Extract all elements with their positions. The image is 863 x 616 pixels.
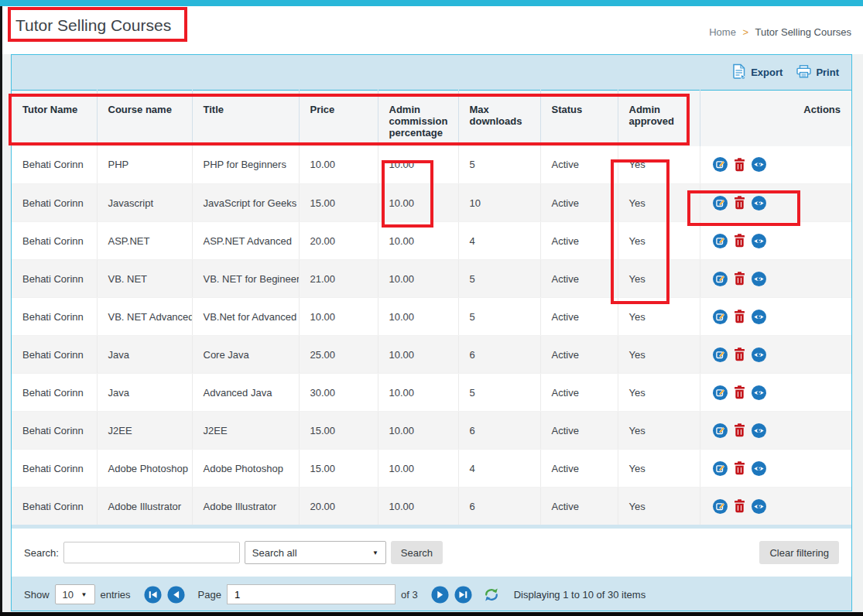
column-header-admin-commission[interactable]: Admin commission percentage [378,91,458,146]
column-header-price[interactable]: Price [299,91,378,146]
column-header-admin-approved[interactable]: Admin approved [618,91,700,146]
previous-page-button[interactable] [167,586,185,604]
cell-title: VB.Net for Advanced [192,298,299,336]
view-button[interactable] [752,347,766,362]
page-number-input[interactable] [227,584,396,604]
cell-course-name: Adobe Photoshop [97,450,192,488]
column-header-max-downloads[interactable]: Max downloads [458,91,540,146]
refresh-icon[interactable] [484,587,499,602]
table-row: Behati Corinn ASP.NET ASP.NET Advanced 2… [12,222,851,260]
edit-button[interactable] [713,310,728,324]
export-button[interactable]: Export [732,63,783,81]
search-button[interactable]: Search [391,541,443,564]
cell-title: Core Java [192,336,299,374]
chevron-down-icon: ▼ [81,591,87,598]
cell-title: Advanced Java [192,374,299,412]
cell-actions [700,146,851,184]
cell-price: 21.00 [299,260,378,298]
delete-button[interactable] [734,158,745,172]
print-label: Print [816,67,839,78]
search-input[interactable] [63,542,240,563]
cell-actions [700,184,851,222]
edit-button[interactable] [713,347,728,362]
edit-button[interactable] [713,423,728,438]
cell-title: PHP for Beginners [192,146,299,184]
edit-button[interactable] [713,499,728,514]
cell-price: 25.00 [299,336,378,374]
cell-commission: 10.00 [378,450,458,488]
print-button[interactable]: Print [796,65,839,80]
edit-button[interactable] [713,157,728,172]
last-page-button[interactable] [454,586,472,604]
chevron-down-icon: ▼ [372,549,378,556]
cell-status: Active [540,222,618,260]
cell-actions [700,298,851,336]
view-button[interactable] [752,461,766,476]
delete-button[interactable] [734,423,745,437]
view-button[interactable] [752,157,766,172]
delete-button[interactable] [734,347,745,361]
edit-button[interactable] [713,385,728,400]
edit-button[interactable] [713,272,728,286]
column-header-title[interactable]: Title [192,91,299,146]
delete-button[interactable] [734,196,745,210]
search-column-select[interactable]: Search all ▼ [245,541,386,564]
displaying-summary: Displaying 1 to 10 of 30 items [514,589,646,601]
cell-title: Adobe Photoshop [192,450,299,488]
cell-price: 15.00 [299,184,378,222]
view-button[interactable] [752,499,766,514]
cell-commission: 10.00 [378,184,458,222]
cell-course-name: Javascript [97,184,192,222]
cell-title: ASP.NET Advanced [192,222,299,260]
column-header-course-name[interactable]: Course name [97,91,192,146]
cell-max-downloads: 4 [458,450,540,488]
cell-commission: 10.00 [378,222,458,260]
view-button[interactable] [752,385,766,400]
cell-tutor-name: Behati Corinn [12,412,97,450]
cell-course-name: VB. NET Advanced [97,298,192,336]
cell-course-name: VB. NET [97,260,192,298]
export-label: Export [751,67,783,78]
cell-course-name: Java [97,336,192,374]
cell-max-downloads: 5 [458,374,540,412]
cell-course-name: Java [97,374,192,412]
cell-status: Active [540,450,618,488]
cell-commission: 10.00 [378,336,458,374]
cell-approved: Yes [618,260,700,298]
bottom-edge-bar [0,612,863,616]
column-header-tutor-name[interactable]: Tutor Name [12,91,97,146]
cell-approved: Yes [618,146,700,184]
cell-status: Active [540,374,618,412]
cell-approved: Yes [618,412,700,450]
delete-button[interactable] [734,499,745,513]
edit-button[interactable] [713,234,728,248]
search-bar: Search: Search all ▼ Search Clear filter… [12,529,851,577]
edit-button[interactable] [713,196,728,210]
view-button[interactable] [752,310,766,324]
clear-filtering-button[interactable]: Clear filtering [759,541,839,564]
cell-price: 10.00 [299,146,378,184]
next-page-button[interactable] [431,586,449,604]
table-header: Tutor Name Course name Title Price Admin… [12,91,851,146]
view-button[interactable] [752,272,766,286]
column-header-status[interactable]: Status [540,91,618,146]
cell-tutor-name: Behati Corinn [12,298,97,336]
left-edge-bar [0,6,2,612]
delete-button[interactable] [734,272,745,286]
delete-button[interactable] [734,385,745,399]
delete-button[interactable] [734,234,745,248]
view-button[interactable] [752,234,766,248]
cell-actions [700,488,851,525]
cell-actions [700,374,851,412]
edit-button[interactable] [713,461,728,476]
breadcrumb-home-link[interactable]: Home [709,26,736,38]
view-button[interactable] [752,196,766,210]
entries-per-page-select[interactable]: 10 ▼ [55,584,95,604]
table-row: Behati Corinn Adobe Illustrator Adobe Il… [12,488,851,525]
cell-max-downloads: 6 [458,412,540,450]
top-accent-bar [0,0,863,6]
delete-button[interactable] [734,310,745,323]
delete-button[interactable] [734,461,745,475]
first-page-button[interactable] [144,586,162,604]
view-button[interactable] [752,423,766,438]
